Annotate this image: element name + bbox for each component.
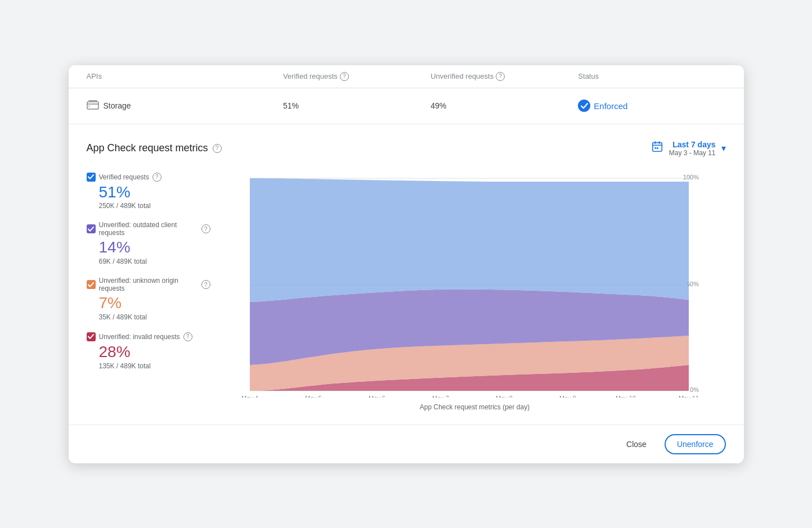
area-verified	[250, 178, 689, 302]
legend-count-verified: 250K / 489K total	[99, 202, 210, 210]
legend-count-unknown: 35K / 489K total	[99, 313, 210, 321]
svg-rect-2	[653, 142, 662, 151]
legend-label-verified: Verified requests	[99, 173, 149, 181]
dialog-footer: Close Unenforce	[69, 425, 744, 463]
svg-text:100%: 100%	[683, 174, 698, 180]
verified-pct: 51%	[283, 101, 430, 110]
legend-help-outdated[interactable]: ?	[201, 224, 210, 233]
date-range-label: Last 7 days	[669, 140, 716, 149]
date-picker[interactable]: Last 7 days May 3 - May 11 ▾	[651, 140, 726, 157]
svg-text:May 10: May 10	[615, 395, 635, 398]
unverified-help-icon[interactable]: ?	[496, 72, 505, 81]
chart-x-label: App Check request metrics (per day)	[224, 403, 726, 411]
svg-rect-0	[87, 102, 98, 109]
legend-pct-invalid: 28%	[99, 344, 210, 361]
metrics-title: App Check request metrics ?	[87, 142, 222, 154]
svg-text:May 5: May 5	[305, 395, 322, 398]
legend-label-unknown: Unverified: unknown origin requests	[99, 277, 198, 292]
col-verified: Verified requests ?	[283, 72, 430, 81]
enforced-check-icon	[578, 100, 590, 112]
svg-point-1	[88, 106, 89, 107]
legend: Verified requests ? 51% 250K / 489K tota…	[87, 173, 210, 370]
legend-item-unknown: Unverified: unknown origin requests ? 7%…	[87, 277, 210, 321]
dialog: APIs Verified requests ? Unverified requ…	[69, 65, 744, 463]
col-status: Status	[578, 72, 725, 81]
svg-text:May 4: May 4	[241, 395, 258, 398]
legend-item-outdated: Unverified: outdated client requests ? 1…	[87, 221, 210, 265]
table-header: APIs Verified requests ? Unverified requ…	[69, 65, 744, 88]
legend-pct-verified: 51%	[99, 184, 210, 201]
unverified-pct: 49%	[430, 101, 578, 110]
close-button[interactable]: Close	[615, 435, 658, 453]
date-info: Last 7 days May 3 - May 11	[669, 140, 716, 157]
storage-name-cell: Storage	[87, 100, 284, 112]
legend-label-invalid: Unverified: invalid requests	[99, 333, 180, 341]
svg-text:May 11: May 11	[678, 395, 698, 398]
svg-text:May 7: May 7	[432, 395, 449, 398]
legend-item-verified: Verified requests ? 51% 250K / 489K tota…	[87, 173, 210, 210]
storage-row: Storage 51% 49% Enforced	[69, 88, 744, 124]
legend-checkbox-verified[interactable]	[87, 173, 96, 182]
chart-wrapper: 100% 50% 0%	[224, 173, 726, 411]
verified-help-icon[interactable]: ?	[340, 72, 349, 81]
unenforce-button[interactable]: Unenforce	[665, 434, 726, 454]
legend-count-invalid: 135K / 489K total	[99, 362, 210, 370]
legend-pct-outdated: 14%	[99, 239, 210, 256]
svg-rect-3	[654, 147, 656, 148]
metrics-section: App Check request metrics ? Last 7 days …	[69, 124, 744, 425]
chevron-down-icon: ▾	[721, 143, 726, 154]
date-range-sub: May 3 - May 11	[669, 149, 716, 157]
svg-text:May 8: May 8	[496, 395, 513, 398]
legend-help-verified[interactable]: ?	[152, 173, 161, 182]
chart-svg: 100% 50% 0%	[224, 173, 726, 398]
enforced-label: Enforced	[594, 101, 627, 111]
storage-name: Storage	[104, 101, 131, 110]
legend-help-invalid[interactable]: ?	[183, 332, 192, 341]
legend-label-outdated: Unverified: outdated client requests	[99, 221, 198, 237]
chart-area: Verified requests ? 51% 250K / 489K tota…	[87, 173, 726, 411]
legend-pct-unknown: 7%	[99, 295, 210, 312]
status-cell: Enforced	[578, 100, 725, 112]
metrics-help-icon[interactable]: ?	[213, 144, 222, 153]
legend-checkbox-outdated[interactable]	[87, 224, 96, 233]
col-unverified: Unverified requests ?	[430, 72, 578, 81]
legend-checkbox-unknown[interactable]	[87, 280, 96, 289]
legend-item-invalid: Unverified: invalid requests ? 28% 135K …	[87, 332, 210, 370]
svg-rect-4	[657, 147, 658, 148]
svg-text:May 9: May 9	[559, 395, 576, 398]
metrics-header: App Check request metrics ? Last 7 days …	[87, 140, 726, 157]
chart-svg-container: 100% 50% 0%	[224, 173, 726, 400]
svg-text:May 6: May 6	[369, 395, 385, 398]
storage-icon	[87, 100, 99, 112]
svg-text:0%: 0%	[690, 386, 699, 393]
col-apis: APIs	[87, 72, 284, 81]
legend-count-outdated: 69K / 489K total	[99, 258, 210, 265]
legend-checkbox-invalid[interactable]	[87, 332, 96, 341]
legend-help-unknown[interactable]: ?	[201, 280, 210, 289]
calendar-icon	[651, 141, 663, 156]
